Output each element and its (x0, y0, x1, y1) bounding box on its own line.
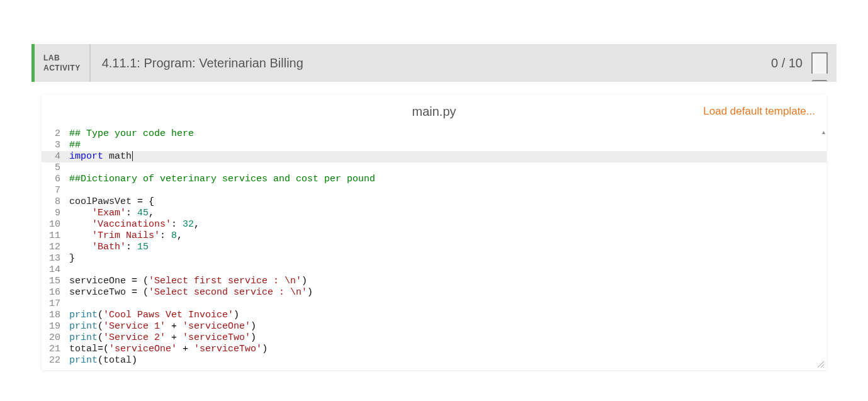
text-cursor (132, 151, 133, 161)
line-content[interactable]: ## Type your code here (67, 128, 826, 140)
line-number: 15 (42, 276, 67, 287)
line-number: 3 (42, 140, 67, 151)
line-number: 9 (42, 208, 67, 219)
lab-type-label: LAB ACTIVITY (35, 44, 91, 82)
lab-activity-panel: LAB ACTIVITY 4.11.1: Program: Veterinari… (31, 44, 837, 370)
line-number: 20 (42, 332, 67, 344)
lab-type-line1: LAB (43, 53, 81, 63)
line-number: 13 (42, 253, 67, 264)
lab-score: 0 / 10 (771, 44, 811, 82)
line-number: 2 (42, 128, 67, 140)
code-line[interactable]: 5 (42, 162, 826, 174)
line-content[interactable]: print(total) (67, 355, 826, 366)
line-number: 4 (42, 151, 67, 162)
line-content[interactable]: coolPawsVet = { (67, 196, 826, 208)
code-line[interactable]: 3## (42, 140, 826, 151)
code-line[interactable]: 11 'Trim Nails': 8, (42, 230, 826, 242)
line-number: 5 (42, 162, 67, 174)
code-editor[interactable]: 2## Type your code here3##4import math56… (42, 128, 826, 370)
line-content[interactable]: serviceOne = ('Select first service : \n… (67, 276, 826, 287)
line-number: 7 (42, 185, 67, 196)
code-line[interactable]: 17 (42, 298, 826, 310)
code-line[interactable]: 20print('Service 2' + 'serviceTwo') (42, 332, 826, 344)
lab-title: 4.11.1: Program: Veterinarian Billing (91, 44, 771, 82)
code-line[interactable]: 15serviceOne = ('Select first service : … (42, 276, 826, 287)
code-line[interactable]: 7 (42, 185, 826, 196)
load-default-template-link[interactable]: Load default template... (703, 105, 815, 118)
line-content[interactable]: } (67, 253, 826, 264)
line-number: 10 (42, 219, 67, 230)
bookmark-icon (811, 52, 828, 74)
lab-header: LAB ACTIVITY 4.11.1: Program: Veterinari… (31, 44, 837, 82)
line-content[interactable]: print('Cool Paws Vet Invoice') (67, 310, 826, 321)
line-number: 12 (42, 242, 67, 253)
line-number: 14 (42, 264, 67, 276)
line-content[interactable]: ## (67, 140, 826, 151)
code-line[interactable]: 14 (42, 264, 826, 276)
line-content[interactable]: 'Bath': 15 (67, 242, 826, 253)
line-number: 17 (42, 298, 67, 310)
line-number: 16 (42, 287, 67, 298)
line-content[interactable]: serviceTwo = ('Select second service : \… (67, 287, 826, 298)
code-line[interactable]: 2## Type your code here (42, 128, 826, 140)
line-content[interactable]: 'Vaccinations': 32, (67, 219, 826, 230)
line-number: 22 (42, 355, 67, 366)
code-line[interactable]: 6##Dictionary of veterinary services and… (42, 174, 826, 185)
code-line[interactable]: 21total=('serviceOne' + 'serviceTwo') (42, 344, 826, 355)
code-line[interactable]: 18print('Cool Paws Vet Invoice') (42, 310, 826, 321)
line-content[interactable]: import math (67, 151, 826, 162)
svg-line-0 (818, 361, 824, 368)
line-number: 6 (42, 174, 67, 185)
code-line[interactable]: 22print(total) (42, 355, 826, 366)
resize-handle-icon[interactable] (816, 360, 825, 369)
line-content[interactable]: print('Service 1' + 'serviceOne') (67, 321, 826, 332)
line-number: 8 (42, 196, 67, 208)
line-content[interactable]: print('Service 2' + 'serviceTwo') (67, 332, 826, 344)
line-number: 18 (42, 310, 67, 321)
line-content[interactable]: ##Dictionary of veterinary services and … (67, 174, 826, 185)
code-line[interactable]: 12 'Bath': 15 (42, 242, 826, 253)
editor-header: main.py Load default template... (42, 94, 826, 128)
code-line[interactable]: 10 'Vaccinations': 32, (42, 219, 826, 230)
line-number: 21 (42, 344, 67, 355)
code-line[interactable]: 13} (42, 253, 826, 264)
code-line[interactable]: 9 'Exam': 45, (42, 208, 826, 219)
code-line[interactable]: 19print('Service 1' + 'serviceOne') (42, 321, 826, 332)
line-content[interactable]: 'Trim Nails': 8, (67, 230, 826, 242)
line-number: 11 (42, 230, 67, 242)
bookmark-button[interactable] (811, 44, 837, 82)
svg-line-2 (823, 367, 824, 368)
code-line[interactable]: 8coolPawsVet = { (42, 196, 826, 208)
line-content[interactable]: 'Exam': 45, (67, 208, 826, 219)
line-number: 19 (42, 321, 67, 332)
code-line[interactable]: 4import math (42, 151, 826, 162)
code-editor-panel: main.py Load default template... ▴ 2## T… (42, 94, 826, 370)
code-line[interactable]: 16serviceTwo = ('Select second service :… (42, 287, 826, 298)
lab-type-line2: ACTIVITY (43, 63, 81, 73)
filename-tab[interactable]: main.py (412, 104, 456, 119)
line-content[interactable]: total=('serviceOne' + 'serviceTwo') (67, 344, 826, 355)
